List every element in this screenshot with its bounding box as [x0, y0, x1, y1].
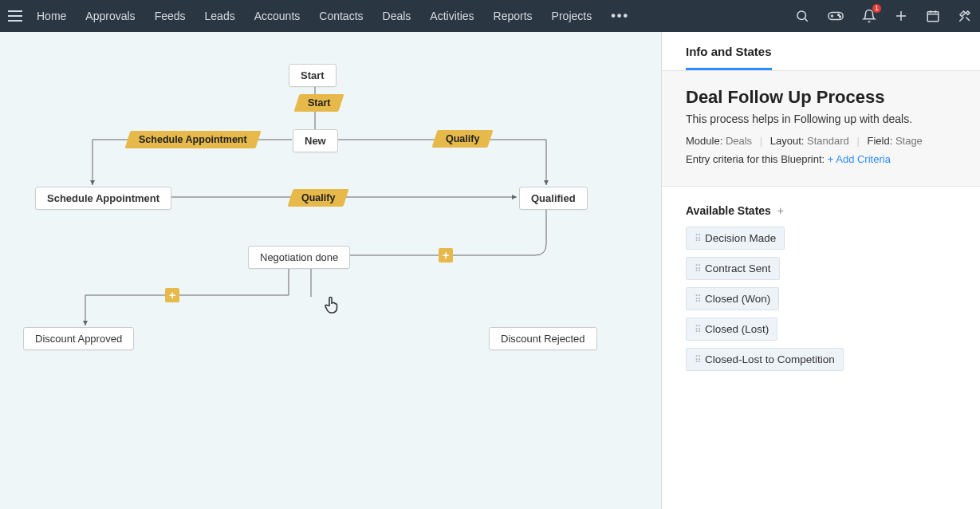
transition-start[interactable]: Start: [293, 94, 344, 112]
process-meta: Module: Deals | Layout: Standard | Field…: [686, 135, 956, 147]
add-state-icon[interactable]: +: [777, 204, 784, 217]
state-closed-won[interactable]: ⠿Closed (Won): [686, 287, 779, 310]
transition-schedule-appointment[interactable]: Schedule Appointment: [124, 131, 261, 148]
node-qualified[interactable]: Qualified: [519, 187, 588, 210]
transition-qualify-top[interactable]: Qualify: [431, 130, 494, 148]
calendar-icon[interactable]: [926, 9, 940, 23]
nav-items: Home Approvals Feeds Leads Accounts Cont…: [37, 10, 592, 22]
tab-info-and-states[interactable]: Info and States: [686, 32, 772, 70]
module-label: Module:: [686, 135, 722, 147]
nav-deals[interactable]: Deals: [383, 10, 411, 22]
state-decision-made[interactable]: ⠿Decision Made: [686, 227, 785, 250]
node-discount-rejected[interactable]: Discount Rejected: [489, 327, 597, 350]
search-icon[interactable]: [795, 9, 809, 23]
field-value: Stage: [895, 135, 923, 147]
top-nav: Home Approvals Feeds Leads Accounts Cont…: [0, 0, 980, 32]
nav-projects[interactable]: Projects: [552, 10, 592, 22]
game-controller-icon[interactable]: [827, 9, 844, 23]
drag-handle-icon: ⠿: [695, 263, 700, 274]
nav-more-icon[interactable]: •••: [611, 9, 629, 23]
module-value: Deals: [726, 135, 752, 147]
blueprint-canvas[interactable]: Start Start New Schedule Appointment Qua…: [0, 32, 662, 509]
field-label: Field:: [867, 135, 892, 147]
sidebar-tabs: Info and States: [662, 32, 980, 71]
nav-approvals[interactable]: Approvals: [85, 10, 135, 22]
node-discount-approved[interactable]: Discount Approved: [23, 327, 134, 350]
process-title: Deal Follow Up Process: [686, 87, 956, 108]
available-states-heading: Available States +: [686, 204, 956, 217]
state-closed-lost[interactable]: ⠿Closed (Lost): [686, 318, 777, 341]
add-transition-icon[interactable]: +: [439, 248, 453, 262]
right-sidebar: Info and States Deal Follow Up Process T…: [662, 32, 980, 509]
drag-handle-icon: ⠿: [695, 324, 700, 335]
nav-home[interactable]: Home: [37, 10, 66, 22]
layout-label: Layout:: [770, 135, 805, 147]
sidebar-body: Available States + ⠿Decision Made ⠿Contr…: [662, 187, 980, 396]
svg-point-5: [838, 14, 840, 16]
nav-activities[interactable]: Activities: [430, 10, 474, 22]
process-description: This process helps in Following up with …: [686, 112, 956, 125]
nav-feeds[interactable]: Feeds: [155, 10, 186, 22]
node-schedule-appointment[interactable]: Schedule Appointment: [35, 187, 171, 210]
add-transition-icon-2[interactable]: +: [165, 288, 179, 302]
svg-point-0: [797, 11, 806, 20]
entry-criteria-row: Entry criteria for this Blueprint: + Add…: [686, 153, 956, 165]
layout-value: Standard: [807, 135, 849, 147]
hamburger-menu-icon[interactable]: [8, 10, 22, 22]
nav-reports[interactable]: Reports: [494, 10, 533, 22]
drag-handle-icon: ⠿: [695, 233, 700, 244]
notification-badge: 1: [872, 4, 881, 13]
plus-icon[interactable]: [894, 9, 908, 23]
sidebar-header: Deal Follow Up Process This process help…: [662, 71, 980, 187]
nav-leads[interactable]: Leads: [205, 10, 235, 22]
node-new[interactable]: New: [293, 129, 338, 152]
state-closed-lost-to-competition[interactable]: ⠿Closed-Lost to Competition: [686, 348, 844, 371]
nav-utility-icons: 1: [795, 9, 972, 23]
nav-accounts[interactable]: Accounts: [254, 10, 301, 22]
node-start[interactable]: Start: [289, 64, 337, 87]
drag-handle-icon: ⠿: [695, 294, 700, 305]
tools-icon[interactable]: [958, 9, 972, 23]
svg-rect-9: [927, 12, 939, 22]
svg-point-6: [840, 16, 841, 18]
add-criteria-link[interactable]: + Add Criteria: [828, 153, 891, 165]
available-states-label: Available States: [686, 204, 771, 217]
pointer-cursor-icon: [322, 295, 341, 321]
svg-line-1: [805, 18, 807, 21]
transition-qualify-mid[interactable]: Qualify: [287, 189, 349, 207]
state-contract-sent[interactable]: ⠿Contract Sent: [686, 257, 780, 280]
node-negotiation-done[interactable]: Negotiation done: [248, 246, 350, 269]
criteria-label: Entry criteria for this Blueprint:: [686, 153, 825, 165]
bell-icon[interactable]: 1: [862, 9, 876, 23]
nav-contacts[interactable]: Contacts: [319, 10, 363, 22]
drag-handle-icon: ⠿: [695, 354, 700, 365]
